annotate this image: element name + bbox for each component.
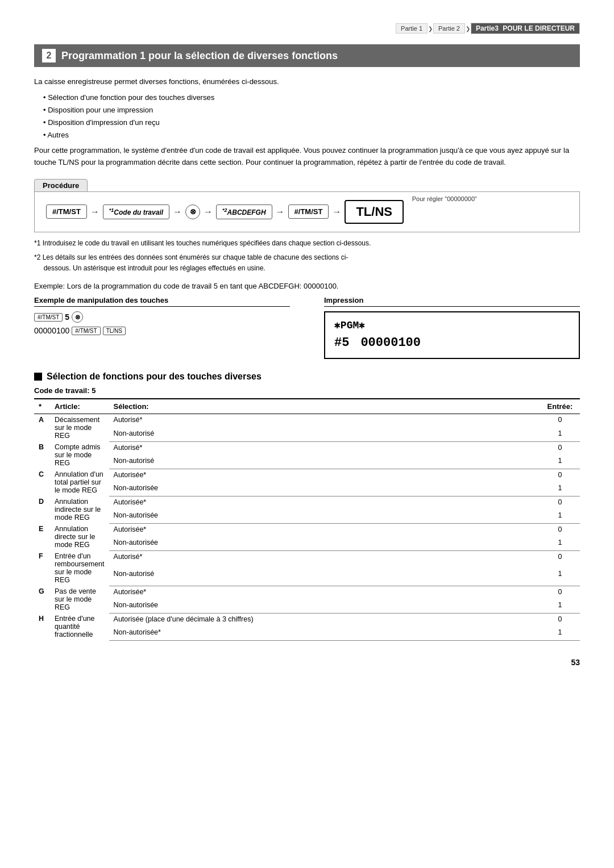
cell-entree2: 1 [540,599,580,613]
example-section: Exemple: Lors de la programmation du cod… [34,282,580,359]
cell-selection1: Autorisé* [109,550,540,568]
flow-key-tlns: TL/NS [345,200,404,224]
cell-entree2: 1 [540,455,580,469]
cell-selection2: Non-autorisé [109,455,540,469]
imp-line2: #5 00000100 [334,333,570,352]
num5: 5 [65,312,69,322]
section2-title: 2 Programmation 1 pour la sélection de d… [34,44,580,67]
cell-article: B [34,441,50,469]
breadcrumb-part2: Partie 2 [433,23,465,34]
cell-entree1: 0 [540,523,580,537]
flow-code-travail: *1Code du travail [103,205,169,219]
breadcrumb: Partie 1 ❯ Partie 2 ❯ Partie3 POUR LE DI… [34,23,580,34]
cell-selection1: Autorisée* [109,469,540,482]
cell-selection2: Non-autorisée [109,482,540,496]
cell-selection2: Non-autorisée [109,537,540,550]
cell-article: D [34,496,50,523]
imp-num: #5 [334,333,349,352]
seq-digits: 00000100 [34,326,69,335]
procedure-label: Procédure [34,179,88,192]
example-col-manipulation: Exemple de manipulation des touches #/TM… [34,296,290,339]
cell-entree2: 1 [540,428,580,441]
table-row: FEntrée d'un remboursement sur le mode R… [34,550,580,568]
example-col2-title: Impression [324,296,580,307]
flow-key-tmst2: #/TM/ST [288,205,329,219]
breadcrumb-part3: Partie3 POUR LE DIRECTEUR [471,23,580,34]
cell-selection2: Non-autorisée [109,599,540,613]
cell-description: Compte admis sur le mode REG [50,441,109,469]
cell-selection1: Autorisé* [109,414,540,428]
cell-description: Annulation indirecte sur le mode REG [50,496,109,523]
key-tlns: TL/NS [345,200,404,224]
page-number: 53 [34,658,580,667]
code-travail-label: Code de travail: 5 [34,386,580,395]
subsection-title-text: Sélection de fonctions pour des touches … [47,372,262,382]
key-tmst-small2: #/TM/ST [72,327,100,335]
circle-x-small: ⊗ [72,311,83,323]
cell-entree1: 0 [540,469,580,482]
cell-entree1: 0 [540,496,580,510]
flow-key-tmst1: #/TM/ST [46,205,87,219]
cell-description: Annulation d'un total partiel sur le mod… [50,469,109,496]
flow-abcdefgh: *2ABCDEFGH [216,205,272,219]
example-text: Exemple: Lors de la programmation du cod… [34,282,580,290]
cell-description: Annulation directe sur le mode REG [50,523,109,550]
cell-description: Décaissement sur le mode REG [50,414,109,442]
key-tlns-small: TL/NS [103,327,126,335]
imp-val: 00000100 [360,333,421,352]
key-abcdefgh: *2ABCDEFGH [216,205,272,219]
procedure-section: Procédure Pour régler "00000000" #/TM/ST… [34,179,580,232]
cell-entree1: 0 [540,586,580,599]
subsection-title: Sélection de fonctions pour des touches … [34,372,580,382]
cell-selection2: Non-autorisée [109,510,540,523]
example-columns: Exemple de manipulation des touches #/TM… [34,296,580,359]
cell-entree2: 1 [540,482,580,496]
cell-entree1: 0 [540,550,580,568]
bullet-1: • Sélection d'une fonction pour des touc… [43,91,580,104]
impression-box: ✱PGM✱ #5 00000100 [324,311,580,359]
imp-line1: ✱PGM✱ [334,318,570,333]
section-num: 2 [42,49,56,62]
cell-selection1: Autorisée* [109,586,540,599]
table-row: EAnnulation directe sur le mode REGAutor… [34,523,580,537]
key-seq-line1: #/TM/ST 5 ⊗ [34,311,290,323]
pour-regler: Pour régler "00000000" [412,195,477,202]
data-table: * Article: Sélection: Entrée: ADécaissem… [34,398,580,641]
table-row: Non-autorisé1 [34,455,580,469]
cell-selection1: Autorisée* [109,523,540,537]
flow-arrow4: → [276,207,285,217]
key-seq-line2: 00000100 #/TM/ST TL/NS [34,326,290,335]
bullet-list: • Sélection d'une fonction pour des touc… [43,91,580,141]
table-row: Non-autorisé1 [34,568,580,586]
th-article-label: Article: [50,399,109,414]
table-row: Non-autorisée1 [34,482,580,496]
flow-arrow2: → [173,207,182,217]
table-row: Non-autorisée1 [34,599,580,613]
black-square-icon [34,373,42,381]
cell-article: G [34,586,50,613]
cell-selection2: Non-autorisé [109,568,540,586]
procedure-flow: Pour régler "00000000" #/TM/ST → *1Code … [34,191,580,232]
th-entree: Entrée: [540,399,580,414]
th-selection: Sélection: [109,399,540,414]
key-tmst1: #/TM/ST [46,205,87,219]
cell-description: Pas de vente sur le mode REG [50,586,109,613]
cell-entree1: 0 [540,613,580,627]
cell-description: Entrée d'un remboursement sur le mode RE… [50,550,109,586]
cell-entree1: 0 [540,441,580,455]
breadcrumb-part1: Partie 1 [396,23,428,34]
cell-article: F [34,550,50,586]
cell-entree2: 1 [540,627,580,640]
table-row: CAnnulation d'un total partiel sur le mo… [34,469,580,482]
breadcrumb-arrow1: ❯ [428,26,433,32]
key-tmst-small: #/TM/ST [34,313,63,322]
flow-arrow3: → [204,207,213,217]
cell-entree2: 1 [540,510,580,523]
cell-selection2: Non-autorisée* [109,627,540,640]
cell-description: Entrée d'une quantité fractionnelle [50,613,109,640]
cell-selection2: Non-autorisé [109,428,540,441]
table-row: BCompte admis sur le mode REGAutorisé*0 [34,441,580,455]
cell-selection1: Autorisée* [109,496,540,510]
footnote-2: *2 Les détails sur les entrées des donné… [34,252,580,274]
key-tmst2: #/TM/ST [288,205,329,219]
